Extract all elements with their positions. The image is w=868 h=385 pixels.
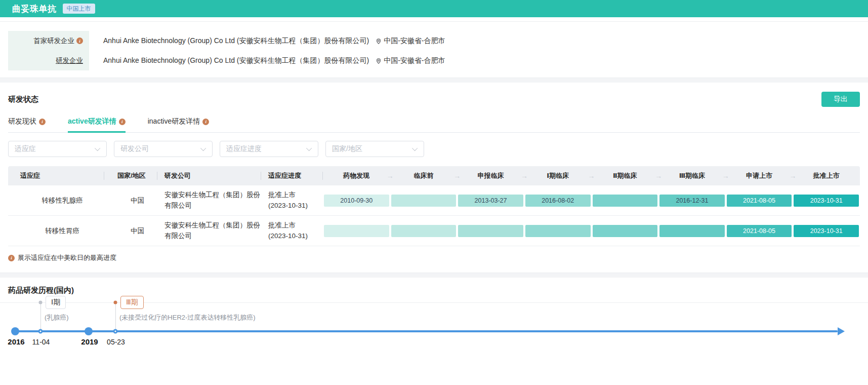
arrow-right-icon: → (655, 172, 662, 180)
filter-indication[interactable]: 适应症 (8, 141, 107, 157)
developer-location: 中国-安徽省-合肥市 (375, 56, 445, 65)
first-developer-company[interactable]: Anhui Anke Biotechnology (Group) Co Ltd … (103, 36, 369, 46)
year-dot-2016 (11, 327, 19, 335)
developer-value: Anhui Anke Biotechnology (Group) Co Ltd … (89, 56, 860, 65)
phase-bar (525, 225, 591, 237)
table-header: 适应症 国家/地区 研发公司 适应症进度 药物发现→ 临床前→ 申报临床→ Ⅰ期… (8, 166, 860, 185)
filter-indication-progress[interactable]: 适应症进度 (220, 141, 318, 157)
tab-rd-current-label: 研发现状 (8, 117, 36, 126)
info-icon[interactable]: i (119, 119, 126, 125)
filter-indication-placeholder: 适应症 (15, 144, 36, 153)
phase-header-phase1: Ⅰ期临床→ (524, 171, 592, 180)
developer-label-cell: 研发企业 (8, 51, 89, 70)
phase3-marker-dot (114, 301, 117, 304)
row2-phase-bars: 2021-08-05 2023-10-31 (323, 225, 860, 237)
table-footnote: i 展示适应症在中美欧日的最高进度 (8, 253, 860, 262)
first-developer-location: 中国-安徽省-合肥市 (375, 36, 445, 46)
drug-name: 曲妥珠单抗 (12, 3, 57, 15)
phase3-box[interactable]: Ⅲ期 (120, 296, 144, 309)
filter-company[interactable]: 研发公司 (114, 141, 213, 157)
phase-header-ind-filing: 申报临床→ (457, 171, 524, 180)
phase1-detail: (乳腺癌) (45, 313, 69, 322)
phase-headers: 药物发现→ 临床前→ 申报临床→ Ⅰ期临床→ Ⅱ期临床→ Ⅲ期临床→ 申请上市→… (323, 171, 860, 180)
info-icon: i (8, 255, 15, 261)
phase1-box[interactable]: Ⅰ期 (46, 296, 66, 309)
info-icon[interactable]: i (39, 119, 46, 125)
header-divider (0, 17, 868, 22)
tab-active-rd-detail[interactable]: active研发详情 i (68, 117, 126, 132)
arrow-right-icon: → (588, 172, 595, 180)
rd-status-title: 研发状态 (8, 95, 38, 104)
info-icon[interactable]: i (76, 37, 83, 44)
phase-bar (593, 225, 658, 237)
tab-active-rd-detail-label: active研发详情 (68, 117, 116, 126)
phase-bar: 2010-09-30 (324, 195, 389, 207)
phase-bar (324, 225, 389, 237)
developer-label[interactable]: 研发企业 (56, 56, 83, 65)
location-pin-icon (375, 57, 382, 64)
developer-company[interactable]: Anhui Anke Biotechnology (Group) Co Ltd … (103, 56, 369, 65)
rd-tabs: 研发现状 i active研发详情 i inactive研发详情 i (8, 117, 860, 133)
phase-bar (593, 195, 658, 207)
tab-inactive-rd-detail[interactable]: inactive研发详情 i (148, 117, 209, 132)
phase-header-nda: 申请上市→ (726, 171, 793, 180)
phase-header-discovery: 药物发现→ (323, 171, 390, 180)
tab-inactive-rd-detail-label: inactive研发详情 (148, 117, 200, 126)
tab-rd-current[interactable]: 研发现状 i (8, 117, 46, 132)
developer-location-text: 中国-安徽省-合肥市 (384, 56, 445, 65)
phase-bar: 2023-10-31 (794, 225, 859, 237)
row1-progress: 批准上市 (2023-10-31) (261, 190, 323, 211)
footnote-text: 展示适应症在中美欧日的最高进度 (18, 253, 116, 262)
date-label-1104: 11-04 (32, 338, 50, 346)
first-developer-value: Anhui Anke Biotechnology (Group) Co Ltd … (89, 36, 860, 46)
filter-country-placeholder: 国家/地区 (332, 144, 362, 153)
developer-row: 研发企业 Anhui Anke Biotechnology (Group) Co… (8, 51, 860, 70)
year-label-2016: 2016 (8, 337, 24, 346)
event-dot-1104[interactable] (38, 329, 43, 334)
filter-indication-progress-placeholder: 适应症进度 (226, 144, 262, 153)
table-row: 转移性胃癌 中国 安徽安科生物工程（集团）股份有限公司 批准上市 (2023-1… (8, 216, 860, 246)
date-label-0523: 05-23 (107, 338, 125, 346)
first-developer-row: 首家研发企业 i Anhui Anke Biotechnology (Group… (8, 31, 860, 51)
phase-bar (391, 195, 457, 207)
section-gap (0, 78, 868, 83)
first-developer-label-cell: 首家研发企业 i (8, 31, 89, 51)
phase-bar: 2021-08-05 (727, 195, 792, 207)
header-country: 国家/地区 (104, 171, 157, 180)
row1-phase-bars: 2010-09-30 2013-03-27 2016-08-02 2016-12… (323, 195, 860, 207)
header-indication: 适应症 (8, 171, 104, 180)
listed-status-badge: 中国上市 (63, 4, 95, 14)
row1-company: 安徽安科生物工程（集团）股份有限公司 (157, 190, 261, 211)
row1-country: 中国 (104, 196, 157, 205)
filter-company-placeholder: 研发公司 (120, 144, 149, 153)
chevron-down-icon (412, 145, 418, 151)
timeline-axis (15, 330, 838, 332)
phase-header-preclinical: 临床前→ (390, 171, 458, 180)
info-icon[interactable]: i (202, 119, 209, 125)
timeline-riser (40, 303, 41, 331)
phase-header-phase3: Ⅲ期临床→ (658, 171, 726, 180)
chevron-down-icon (306, 145, 312, 151)
section-gap (0, 273, 868, 278)
timeline-riser (115, 303, 116, 331)
chevron-down-icon (95, 145, 100, 151)
arrow-right-icon: → (521, 172, 528, 180)
phase-bar (458, 225, 523, 237)
phase-bar (391, 225, 457, 237)
timeline-section-title: 药品研发历程(国内) (8, 286, 74, 294)
event-dot-0523[interactable] (113, 329, 118, 334)
rd-status-section: 研发状态 导出 研发现状 i active研发详情 i inactive研发详情… (0, 92, 868, 262)
first-developer-label: 首家研发企业 (33, 36, 74, 46)
row2-country: 中国 (104, 226, 157, 236)
arrow-right-icon: → (722, 172, 729, 180)
phase-bar: 2023-10-31 (794, 195, 859, 207)
phase-bar: 2021-08-05 (727, 225, 792, 237)
arrow-right-icon: → (789, 172, 796, 180)
export-button[interactable]: 导出 (821, 92, 860, 107)
phase-header-phase2: Ⅱ期临床→ (592, 171, 659, 180)
row1-indication: 转移性乳腺癌 (8, 196, 104, 205)
header-company: 研发公司 (157, 171, 261, 180)
phase-bar: 2013-03-27 (458, 195, 523, 207)
arrow-right-icon: → (453, 172, 461, 180)
filter-country[interactable]: 国家/地区 (325, 141, 424, 157)
